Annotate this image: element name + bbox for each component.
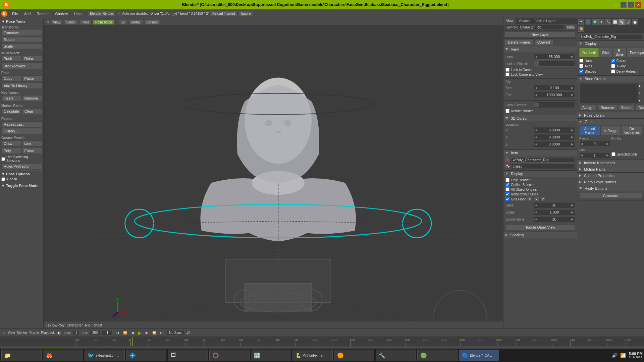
timeline-view-btn[interactable]: View xyxy=(8,331,15,335)
start-frame-field[interactable]: 1 xyxy=(73,330,80,335)
clip-start-increase[interactable]: ▶ xyxy=(570,86,575,89)
shapes-checkbox[interactable] xyxy=(579,69,583,73)
play-button[interactable]: ▶ xyxy=(137,330,143,336)
bone-groups-scrollbar[interactable]: ▲ + ▼ xyxy=(638,83,642,103)
poly-button[interactable]: Poly xyxy=(1,148,21,154)
toggle-pose-mode-btn[interactable]: ▼ Toggle Pose Mode xyxy=(1,184,42,188)
viewport[interactable]: ⚙ View Select Pose Pose Mode ⦿ Global Cl… xyxy=(44,18,503,328)
select-button[interactable]: Select xyxy=(618,105,635,111)
translate-button[interactable]: Translate xyxy=(1,30,42,36)
modifier-icon[interactable]: 🔧 xyxy=(605,19,611,25)
bone-groups-remove-button[interactable]: Remove xyxy=(597,105,617,111)
prev-frame-button[interactable]: ◀ xyxy=(130,331,135,335)
timeline-anim-icon[interactable]: ▶ xyxy=(57,330,62,335)
lens-field[interactable]: ◀ 35.000 ▶ xyxy=(534,54,575,60)
grid-x-button[interactable]: X xyxy=(527,197,532,201)
bone-groups-scroll-add[interactable]: + xyxy=(639,92,640,95)
render-border-checkbox[interactable] xyxy=(505,109,509,113)
all-object-origins-checkbox[interactable] xyxy=(505,187,509,191)
next-keyframe-button[interactable]: ⏩ xyxy=(151,331,157,335)
material-icon[interactable]: ⬤ xyxy=(632,19,638,25)
add-to-library-button[interactable]: Add To Library xyxy=(1,83,42,89)
deselect-button[interactable]: Deselect xyxy=(636,105,644,111)
data-icon[interactable]: 📊 xyxy=(612,19,618,25)
relax-button[interactable]: Relax xyxy=(22,56,42,62)
cursor-section-title[interactable]: 3D Cursor xyxy=(503,115,577,121)
bone-groups-scroll-down[interactable]: ▼ xyxy=(638,99,641,102)
assign-button[interactable]: Assign xyxy=(579,105,596,111)
paste-button[interactable]: Paste xyxy=(22,75,42,81)
calculate-button[interactable]: Calculate xyxy=(1,108,21,114)
sync-selector[interactable]: No Sync xyxy=(167,330,184,335)
close-button[interactable]: ✕ xyxy=(635,2,641,8)
clip-end-field[interactable]: ◀ 1000.000 ▶ xyxy=(534,92,575,98)
scale-field[interactable]: ◀ 1.000 ▶ xyxy=(534,209,575,215)
minimize-button[interactable]: ─ xyxy=(621,2,627,8)
lock-camera-checkbox[interactable] xyxy=(505,72,509,76)
systray-icon2[interactable]: 📶 xyxy=(620,353,626,358)
lens-increase-icon[interactable]: ▶ xyxy=(570,55,575,58)
taskbar-app2[interactable]: 🔢 xyxy=(251,350,291,361)
ghost-range-field[interactable]: ◀ 0 ▶ xyxy=(579,141,610,147)
motion-paths-title[interactable]: Motion Paths xyxy=(577,166,644,172)
on-keyframes-button[interactable]: On Keyframes xyxy=(621,126,642,135)
clip-end-decrease[interactable]: ◀ xyxy=(534,93,538,97)
ghost-step-field[interactable]: ◀ 1 ▶ xyxy=(579,152,610,158)
delay-refresh-checkbox[interactable] xyxy=(611,69,615,73)
ik-section-title[interactable]: Inverse Kinematics xyxy=(577,160,644,166)
render-engine-selector[interactable]: Blender Render xyxy=(88,11,116,16)
around-frame-button[interactable]: Around Frame xyxy=(579,126,600,135)
armature-display-title[interactable]: Display xyxy=(577,41,644,47)
x-ray-checkbox[interactable] xyxy=(611,64,615,68)
maximize-button[interactable]: □ xyxy=(628,2,634,8)
grid-z-button[interactable]: Z xyxy=(540,197,546,201)
grid-y-button[interactable]: Y xyxy=(534,197,539,201)
new-layer-button[interactable]: New Layer xyxy=(505,32,576,38)
next-frame-button[interactable]: ▶ xyxy=(145,331,149,335)
menu-file[interactable]: File xyxy=(9,11,21,16)
visible-layers-tab[interactable]: Visible Layers xyxy=(533,18,559,24)
subdivisions-field[interactable]: ◀ 10 ▶ xyxy=(534,216,575,222)
taskbar-app1[interactable]: ⭕ xyxy=(209,350,250,361)
taskbar-blender[interactable]: 🔵 Blender* [CA... xyxy=(459,350,499,361)
timeline-playback-btn[interactable]: Playback xyxy=(41,331,55,335)
ruler-protractor-button[interactable]: Ruler/Protractor xyxy=(1,163,42,169)
timeline-frame-btn[interactable]: Frame xyxy=(30,331,39,335)
taskbar-twitter[interactable]: 🐦 sybastian16 - ... xyxy=(85,350,125,361)
menu-window[interactable]: Window xyxy=(52,11,70,16)
scale-button[interactable]: Scale xyxy=(1,43,42,49)
menu-render[interactable]: Render xyxy=(34,11,51,16)
outline-selected-checkbox[interactable] xyxy=(505,183,509,187)
cursor-x-field[interactable]: ◀ 0.0000 ▶ xyxy=(534,127,575,133)
taskbar-firefox[interactable]: 🦊 xyxy=(43,350,83,361)
lock-to-object-field[interactable] xyxy=(534,61,575,67)
audio-button[interactable]: 🔊 xyxy=(186,331,190,335)
ghost-selected-checkbox[interactable] xyxy=(611,152,615,156)
only-render-checkbox[interactable] xyxy=(505,178,509,182)
b-bone-button[interactable]: B-Bone xyxy=(613,48,627,57)
local-camera-field[interactable] xyxy=(534,102,575,108)
bone-groups-scroll-up[interactable]: ▲ xyxy=(638,84,641,87)
play-start-button[interactable]: ⏮ xyxy=(115,331,120,335)
object-icon[interactable]: ▼ xyxy=(598,19,604,25)
new-button[interactable]: New xyxy=(566,25,576,30)
rotate-button[interactable]: Rotate xyxy=(1,37,42,43)
line-button[interactable]: Line xyxy=(22,140,42,146)
in-range-button[interactable]: In Range xyxy=(600,126,621,135)
timeline-ruler[interactable]: -30 -20 -10 0 10 20 30 40 50 60 xyxy=(0,337,644,346)
menu-add[interactable]: Add xyxy=(21,11,34,16)
history-button[interactable]: History... xyxy=(1,128,42,134)
generate-button[interactable]: Generate xyxy=(579,193,642,199)
object-name-field[interactable]: lowPoly_Character_Rig xyxy=(505,25,564,30)
view-tab[interactable]: View xyxy=(503,18,517,24)
repeat-last-button[interactable]: Repeat Last xyxy=(1,121,42,127)
bone-constraints-icon[interactable]: 🔗 xyxy=(625,19,631,25)
copy-button[interactable]: Copy xyxy=(1,75,21,81)
remove-button[interactable]: Remove xyxy=(22,95,42,101)
clip-start-field[interactable]: ◀ 0.100 ▶ xyxy=(534,85,575,91)
clip-end-increase[interactable]: ▶ xyxy=(570,93,575,97)
item-bone-name[interactable]: chest xyxy=(511,164,575,169)
taskbar-python[interactable]: 🐍 PythonFix - S... xyxy=(292,350,333,361)
armature-name-field[interactable]: lowPoly_Character_Rig xyxy=(579,34,642,39)
item-object-name[interactable]: wPoly_Character_Rig xyxy=(511,157,575,163)
